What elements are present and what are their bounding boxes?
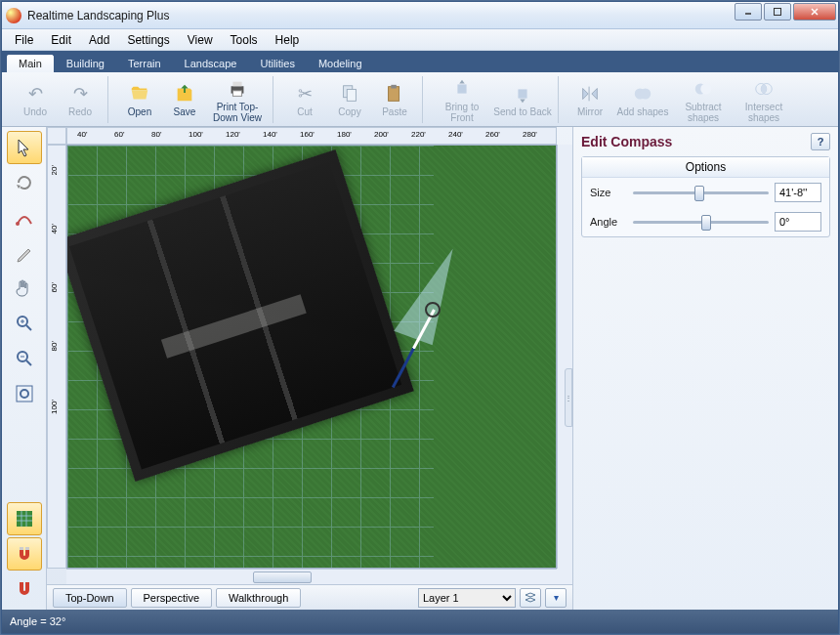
undo-icon: ↶: [22, 81, 48, 106]
layer-dropdown-button[interactable]: ▾: [545, 588, 567, 608]
subtract-shapes-button[interactable]: Subtract shapes: [674, 76, 733, 123]
view-tab-walkthrough[interactable]: Walkthrough: [216, 588, 301, 608]
svg-rect-32: [25, 547, 29, 550]
redo-button[interactable]: ↷Redo: [59, 76, 102, 123]
layer-select[interactable]: Layer 1: [418, 588, 516, 608]
scrollbar-thumb[interactable]: [253, 572, 312, 583]
design-viewport[interactable]: [66, 145, 557, 569]
scrollbar-vertical[interactable]: [557, 145, 572, 569]
options-group: Options Size Angle: [581, 156, 830, 237]
chevron-down-icon: ▾: [554, 592, 559, 603]
add-shapes-button[interactable]: Add shapes: [613, 76, 672, 123]
layers-button[interactable]: [520, 588, 541, 608]
rotate-icon: [15, 173, 34, 192]
slider-thumb[interactable]: [694, 186, 704, 201]
open-button[interactable]: Open: [118, 76, 161, 123]
bring-to-front-button[interactable]: Bring to Front: [433, 76, 491, 123]
svg-rect-5: [232, 81, 241, 86]
view-tab-topdown[interactable]: Top-Down: [53, 588, 127, 608]
angle-input[interactable]: [775, 212, 821, 232]
send-to-back-button[interactable]: Send to Back: [493, 76, 552, 123]
bring-front-icon: [449, 76, 475, 102]
svg-point-29: [21, 390, 28, 398]
rotate-tool[interactable]: [7, 166, 42, 199]
size-slider[interactable]: [633, 185, 769, 200]
menu-tools[interactable]: Tools: [222, 31, 267, 49]
grid-icon: [15, 509, 34, 529]
undo-button[interactable]: ↶Undo: [14, 76, 57, 123]
menu-help[interactable]: Help: [267, 31, 309, 49]
menu-settings[interactable]: Settings: [118, 31, 178, 49]
copy-button[interactable]: Copy: [328, 76, 371, 123]
tab-terrain[interactable]: Terrain: [116, 55, 173, 72]
tab-modeling[interactable]: Modeling: [307, 55, 374, 72]
redo-icon: ↷: [67, 81, 93, 106]
save-button[interactable]: Save: [163, 76, 206, 123]
help-icon: ?: [818, 136, 824, 148]
paste-icon: [382, 81, 407, 106]
menu-view[interactable]: View: [179, 31, 222, 49]
copy-icon: [337, 81, 362, 106]
ruler-corner: [47, 127, 66, 145]
pen-tool[interactable]: [7, 236, 42, 270]
intersect-shapes-button[interactable]: Intersect shapes: [735, 76, 793, 123]
ruler-vertical: 20'40'60'80'100': [47, 145, 66, 569]
rotate-handle-icon[interactable]: [425, 302, 441, 318]
svg-point-14: [640, 89, 651, 100]
options-header: Options: [582, 157, 829, 178]
menu-file[interactable]: File: [6, 31, 42, 49]
toolbar: ↶Undo ↷Redo Open Save Print Top-Down Vie…: [2, 72, 838, 127]
view-tab-perspective[interactable]: Perspective: [131, 588, 212, 608]
tab-utilities[interactable]: Utilities: [248, 55, 306, 72]
angle-slider[interactable]: [633, 214, 769, 230]
tab-landscape[interactable]: Landscape: [173, 55, 249, 72]
select-tool[interactable]: [7, 131, 42, 164]
svg-rect-12: [518, 89, 526, 98]
svg-rect-10: [391, 85, 397, 89]
pan-tool[interactable]: [7, 272, 42, 305]
snap-toggle[interactable]: [7, 537, 42, 571]
close-button[interactable]: [793, 3, 836, 21]
zoom-out-tool[interactable]: [7, 342, 42, 375]
zoom-in-tool[interactable]: [7, 307, 42, 340]
slider-thumb[interactable]: [701, 215, 711, 231]
scrollbar-horizontal[interactable]: [66, 569, 557, 584]
svg-point-20: [16, 222, 20, 226]
magnet-settings-icon: [15, 579, 34, 599]
layers-icon: [524, 591, 537, 605]
curve-tool[interactable]: [7, 201, 42, 234]
scissors-icon: ✂: [292, 81, 317, 106]
zoom-out-icon: [15, 349, 34, 368]
ruler-horizontal: 40'60'80'100'120'140'160'180'200'220'240…: [66, 127, 557, 145]
tab-building[interactable]: Building: [55, 55, 116, 72]
mirror-button[interactable]: Mirror: [568, 76, 611, 123]
menu-edit[interactable]: Edit: [42, 31, 80, 49]
snap-settings[interactable]: [7, 572, 42, 606]
angle-label: Angle: [590, 216, 627, 228]
svg-point-16: [700, 83, 711, 94]
panel-collapse-handle[interactable]: ⋮: [565, 368, 572, 427]
help-button[interactable]: ?: [811, 133, 830, 150]
compass-object[interactable]: [409, 243, 450, 341]
send-back-icon: [510, 81, 535, 106]
zoom-fit-tool[interactable]: [7, 377, 42, 410]
paste-button[interactable]: Paste: [373, 76, 416, 123]
menu-add[interactable]: Add: [80, 31, 118, 49]
maximize-button[interactable]: [764, 3, 791, 21]
union-icon: [630, 81, 655, 106]
minimize-button[interactable]: [735, 3, 762, 21]
tab-main[interactable]: Main: [6, 54, 55, 72]
ribbon-tabs: Main Building Terrain Landscape Utilitie…: [2, 51, 838, 72]
zoom-in-icon: [15, 314, 34, 333]
save-icon: [172, 81, 197, 106]
grid-toggle[interactable]: [7, 502, 42, 535]
statusbar: Angle = 32°: [2, 610, 838, 633]
app-window: Realtime Landscaping Plus File Edit Add …: [1, 1, 839, 634]
status-text: Angle = 32°: [10, 615, 65, 627]
print-view-button[interactable]: Print Top-Down View: [208, 76, 267, 123]
size-input[interactable]: [775, 183, 821, 202]
cut-button[interactable]: ✂Cut: [283, 76, 326, 123]
svg-rect-8: [347, 89, 356, 101]
hand-icon: [14, 277, 35, 299]
svg-rect-1: [775, 9, 781, 16]
